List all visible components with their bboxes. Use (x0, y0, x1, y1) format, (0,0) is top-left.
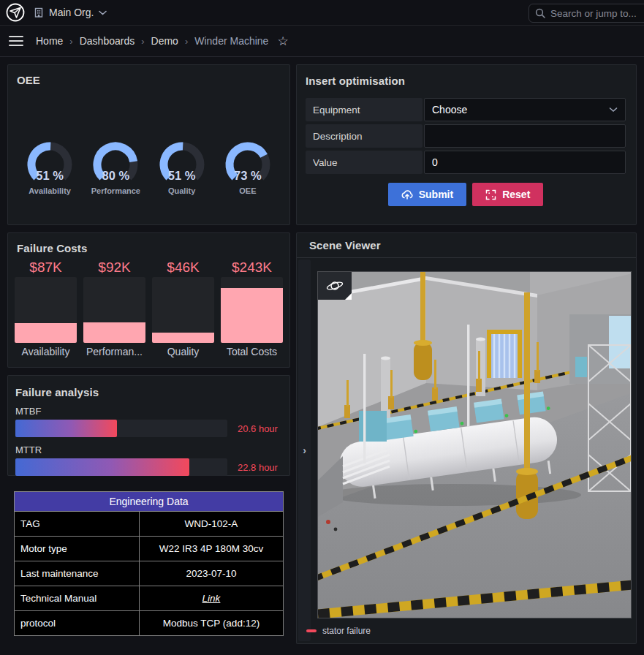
panel-title-oee[interactable]: OEE (17, 74, 281, 86)
building-icon (34, 7, 44, 18)
cost-bars: $87KAvailability$92KPerforman...$46KQual… (15, 260, 283, 357)
table-cell-value: 2023-07-10 (140, 561, 284, 586)
panel-title-failure-costs[interactable]: Failure Costs (17, 242, 283, 254)
org-bar: Main Org. Search or jump to... (0, 0, 644, 26)
bar-value: $87K (29, 260, 61, 276)
search-placeholder: Search or jump to... (550, 8, 637, 19)
gauge-label: Performance (91, 186, 140, 195)
reset-button[interactable]: Reset (472, 183, 543, 206)
collapse-handle[interactable]: › (298, 260, 311, 641)
panel-failure-analysis: Failure analysis MTBF20.6 hourMTTR22.8 h… (7, 375, 290, 476)
table-cell-key: protocol (15, 611, 140, 636)
table-cell-value: Link (140, 586, 284, 611)
table-row: protocolModbus TCP (add:12) (15, 611, 284, 636)
panel-title-failure-analysis[interactable]: Failure analysis (15, 386, 278, 398)
search-box[interactable]: Search or jump to... (529, 4, 644, 23)
legend-dash-icon (306, 629, 317, 632)
bar-fill (15, 323, 77, 343)
bar-label: Availability (22, 346, 70, 357)
bargauge-value: 22.8 hour (238, 462, 278, 473)
app-logo-icon[interactable] (6, 3, 25, 22)
bargauge-label-mttr: MTTR (15, 444, 278, 455)
bargauge-label-mtbf: MTBF (15, 406, 278, 417)
form-row-value: Value (306, 151, 626, 174)
table-row: Technical ManualLink (15, 586, 284, 611)
orbit-icon (325, 278, 344, 294)
menu-toggle-button[interactable] (9, 32, 26, 50)
breadcrumb: Home›Dashboards›Demo›Winder Machine (36, 35, 268, 47)
analysis-bargauges: MTBF20.6 hourMTTR22.8 hour (15, 406, 278, 476)
table-row: Last maintenance2023-07-10 (15, 561, 284, 586)
table-cell-value: WND-102-A (140, 512, 284, 537)
app-window: Main Org. Search or jump to... Home›Dash… (0, 0, 644, 655)
panel-title-scene-viewer[interactable]: Scene Viewer (297, 233, 636, 258)
scene-canvas[interactable] (317, 271, 632, 618)
table-cell-key: Last maintenance (15, 561, 140, 586)
scene-3d-render (318, 272, 632, 618)
breadcrumb-separator: › (185, 36, 188, 47)
gauge-arc: 51 % (23, 140, 76, 181)
bar-track (221, 277, 283, 343)
bar-column-total-costs: $243KTotal Costs (221, 260, 283, 357)
resize-corner[interactable] (345, 293, 352, 300)
bargauge-fill (15, 420, 117, 437)
breadcrumb-item-demo[interactable]: Demo (151, 35, 178, 47)
legend-label: stator failure (322, 626, 371, 636)
select-equipment[interactable]: Choose (424, 98, 626, 121)
panel-scene-viewer: Scene Viewer › (296, 232, 637, 644)
orbit-tool-button[interactable] (318, 272, 352, 300)
bar-column-performan-: $92KPerforman... (83, 260, 145, 357)
bar-value: $243K (232, 260, 272, 276)
submit-button[interactable]: Submit (388, 183, 466, 206)
bar-label: Quality (167, 346, 200, 357)
gauge-availability: 51 %Availability (17, 140, 83, 195)
breadcrumb-item-home[interactable]: Home (36, 35, 63, 47)
input-description[interactable] (432, 130, 618, 142)
table-cell-key: Technical Manual (15, 586, 140, 611)
gauge-arc: 73 % (221, 140, 274, 181)
engineering-table: Engineering DataTAGWND-102-AMotor typeW2… (14, 491, 284, 636)
bar-value: $46K (167, 260, 199, 276)
scene-legend: stator failure (306, 626, 371, 636)
breadcrumb-item-winder-machine[interactable]: Winder Machine (194, 35, 268, 47)
gauge-value: 73 % (221, 169, 274, 183)
gauge-quality: 51 %Quality (149, 140, 215, 195)
panel-failure-costs: Failure Costs $87KAvailability$92KPerfor… (7, 232, 290, 368)
gauge-arc: 80 % (89, 140, 142, 181)
table-header: Engineering Data (15, 492, 284, 512)
breadcrumb-separator: › (69, 36, 72, 47)
breadcrumb-item-dashboards[interactable]: Dashboards (80, 35, 135, 47)
star-icon: ☆ (277, 34, 288, 48)
bar-fill (152, 333, 214, 343)
reset-process-icon (485, 189, 496, 200)
gauge-value: 51 % (156, 169, 208, 183)
bar-track (15, 277, 77, 343)
org-switcher[interactable]: Main Org. (34, 7, 107, 18)
table-cell-value: W22 IR3 4P 180M 30cv (140, 537, 284, 561)
breadcrumb-bar: Home›Dashboards›Demo›Winder Machine ☆ (0, 26, 644, 57)
gauge-label: Availability (29, 186, 71, 195)
gauge-arc: 51 % (156, 140, 208, 181)
gauge-oee: 73 %OEE (215, 140, 281, 195)
field-value (424, 151, 626, 174)
reset-label: Reset (502, 189, 530, 200)
input-value[interactable] (432, 156, 618, 168)
breadcrumb-separator: › (141, 36, 144, 47)
panel-oee: OEE 51 %Availability80 %Performance51 %Q… (7, 64, 290, 225)
manual-link[interactable]: Link (202, 593, 221, 604)
bargauge-track (15, 420, 227, 437)
form-row-equipment: EquipmentChoose (306, 98, 626, 121)
gauge-value: 80 % (89, 169, 142, 183)
bar-track (83, 277, 145, 343)
hamburger-icon (9, 36, 23, 37)
panel-insert-optimisation: Insert optimisation EquipmentChooseDescr… (296, 64, 637, 225)
panel-title-insert-optimisation[interactable]: Insert optimisation (306, 75, 626, 87)
select-value: Choose (432, 104, 467, 116)
favorite-star-button[interactable]: ☆ (277, 35, 288, 48)
bargauge-row: 22.8 hour (15, 458, 278, 476)
panel-engineering-data: Engineering DataTAGWND-102-AMotor typeW2… (7, 482, 290, 644)
gauge-performance: 80 %Performance (83, 140, 148, 195)
field-label: Equipment (306, 98, 423, 121)
dashboard: OEE 51 %Availability80 %Performance51 %Q… (0, 57, 644, 655)
chevron-right-icon: › (303, 444, 306, 456)
